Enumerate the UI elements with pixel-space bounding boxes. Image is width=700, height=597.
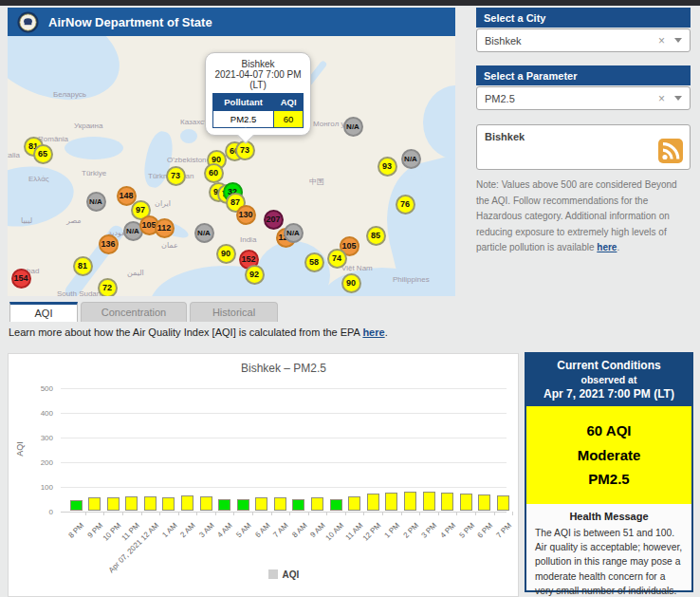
parameter-panel-title: Select a Parameter bbox=[484, 70, 577, 82]
tab-historical[interactable]: Historical bbox=[190, 302, 278, 322]
note-before: Note: Values above 500 are considered Be… bbox=[476, 179, 677, 252]
aqi-marker[interactable]: 130 bbox=[236, 205, 256, 225]
learn-after: . bbox=[385, 326, 388, 338]
x-tick-label: 8 PM bbox=[67, 521, 86, 540]
x-tick-mark bbox=[326, 512, 327, 515]
parameter-select[interactable]: PM2.5 × bbox=[476, 86, 691, 110]
map-region-label: مصر bbox=[66, 216, 82, 225]
aqi-marker[interactable]: 81 bbox=[73, 256, 93, 276]
x-tick-mark bbox=[215, 512, 216, 515]
cc-title: Current Conditions bbox=[530, 359, 688, 372]
aqi-marker[interactable]: 76 bbox=[396, 195, 415, 215]
map[interactable]: БеларусьУкраинаКазахстанRomâniaItaliaΕλλ… bbox=[8, 36, 455, 296]
clear-city-icon[interactable]: × bbox=[658, 34, 665, 47]
x-tick-mark bbox=[308, 512, 309, 515]
aqi-chart: Bishkek – PM2.5 AQI 01002003004005008 PM… bbox=[8, 353, 519, 597]
learn-here-link[interactable]: here bbox=[362, 326, 384, 338]
aqi-bar bbox=[218, 499, 230, 511]
legend-label: AQI bbox=[283, 569, 300, 580]
x-tick-label: 2 AM bbox=[179, 521, 197, 539]
aqi-marker[interactable]: 154 bbox=[11, 269, 31, 289]
aqi-marker[interactable]: 65 bbox=[33, 144, 53, 164]
aqi-bar bbox=[144, 496, 157, 511]
aqi-marker[interactable]: N/A bbox=[284, 223, 304, 243]
y-tick-label: 200 bbox=[30, 458, 53, 467]
x-tick-label: 5 AM bbox=[234, 521, 252, 539]
current-conditions-header: Current Conditions observed at Apr 7, 20… bbox=[526, 354, 691, 406]
map-region-label: O'zbekiston bbox=[167, 156, 207, 164]
x-tick-label: 7 AM bbox=[271, 521, 289, 539]
aqi-marker[interactable]: N/A bbox=[343, 117, 363, 137]
aqi-marker[interactable]: 72 bbox=[98, 278, 118, 297]
chart-plot-area: 01002003004005008 PM9 PM10 PM11 PMApr 07… bbox=[61, 388, 507, 512]
y-tick-label: 300 bbox=[30, 434, 53, 442]
aqi-marker[interactable]: 73 bbox=[166, 166, 186, 186]
y-tick-label: 100 bbox=[30, 483, 53, 492]
aqi-marker[interactable]: N/A bbox=[401, 149, 421, 169]
aqi-bar bbox=[385, 493, 397, 511]
gridline bbox=[61, 388, 507, 389]
map-water bbox=[64, 137, 123, 159]
aqi-bar bbox=[497, 495, 509, 511]
aqi-marker[interactable]: 85 bbox=[366, 226, 386, 246]
y-tick-label: 500 bbox=[30, 384, 53, 393]
x-tick-label: 2 PM bbox=[401, 521, 420, 540]
x-tick-mark bbox=[233, 512, 234, 515]
tab-concentration[interactable]: Concentration bbox=[81, 302, 187, 322]
map-region-label: India bbox=[240, 235, 256, 244]
map-region-label: 中国 bbox=[309, 177, 324, 187]
aqi-bar bbox=[404, 492, 416, 511]
map-region-label: ليبيا bbox=[21, 216, 32, 225]
gridline bbox=[61, 438, 507, 438]
aqi-marker[interactable]: N/A bbox=[86, 192, 106, 212]
aqi-bar bbox=[441, 493, 453, 511]
note-here-link[interactable]: here bbox=[597, 242, 617, 252]
chevron-down-icon[interactable] bbox=[674, 38, 682, 43]
city-panel-title: Select a City bbox=[484, 12, 545, 24]
x-tick-label: 6 AM bbox=[253, 521, 271, 539]
aqi-bar bbox=[125, 496, 138, 511]
aqi-marker[interactable]: 207 bbox=[264, 210, 284, 230]
rss-box: Bishkek bbox=[476, 124, 691, 170]
current-conditions-panel: Current Conditions observed at Apr 7, 20… bbox=[525, 352, 693, 592]
aqi-marker[interactable]: 74 bbox=[327, 249, 347, 269]
chart-legend: AQI bbox=[61, 569, 507, 580]
tab-aqi[interactable]: AQI bbox=[9, 302, 78, 322]
x-tick-label: 8 AM bbox=[290, 521, 308, 539]
x-tick-label: 4 AM bbox=[216, 521, 234, 539]
x-tick-mark bbox=[85, 512, 86, 515]
city-panel-header: Select a City bbox=[476, 8, 691, 28]
aqi-marker[interactable]: 90 bbox=[216, 244, 236, 264]
map-region-label: Việt Nam bbox=[341, 264, 373, 272]
aqi-marker[interactable]: 136 bbox=[99, 234, 119, 254]
map-region-label: اليمن bbox=[127, 269, 144, 277]
clear-parameter-icon[interactable]: × bbox=[658, 92, 665, 105]
aqi-marker[interactable]: 60 bbox=[204, 163, 224, 183]
aqi-bar bbox=[181, 495, 193, 511]
map-popup: Bishkek 2021-04-07 7:00 PM (LT) Pollutan… bbox=[205, 52, 311, 136]
parameter-panel-header: Select a Parameter bbox=[476, 65, 691, 85]
x-tick-mark bbox=[141, 512, 142, 515]
chevron-down-icon[interactable] bbox=[674, 96, 682, 101]
cc-datetime: Apr 7, 2021 7:00 PM (LT) bbox=[530, 387, 688, 401]
legend-swatch bbox=[268, 569, 278, 579]
aqi-marker[interactable]: 93 bbox=[378, 157, 397, 177]
aqi-marker[interactable]: N/A bbox=[194, 223, 214, 243]
aqi-bar bbox=[460, 494, 472, 511]
rss-icon[interactable] bbox=[658, 139, 683, 163]
city-select[interactable]: Bishkek × bbox=[476, 28, 691, 52]
cc-parameter: PM2.5 bbox=[530, 467, 688, 492]
cc-health-title: Health Message bbox=[535, 511, 683, 522]
cc-health-text: The AQI is between 51 and 100. Air quali… bbox=[535, 526, 683, 597]
aqi-bar bbox=[330, 499, 342, 511]
map-water bbox=[423, 85, 455, 159]
x-tick-mark bbox=[178, 512, 179, 515]
aqi-marker[interactable]: 58 bbox=[304, 252, 324, 272]
aqi-bar bbox=[88, 497, 101, 511]
y-tick-label: 400 bbox=[30, 409, 53, 418]
airnow-page: AirNow Department of State БеларусьУкраи… bbox=[0, 0, 700, 597]
aqi-marker[interactable]: 92 bbox=[245, 265, 265, 285]
aqi-bar bbox=[367, 494, 379, 511]
aqi-marker[interactable]: 90 bbox=[341, 273, 361, 293]
aqi-marker[interactable]: 112 bbox=[155, 218, 175, 238]
